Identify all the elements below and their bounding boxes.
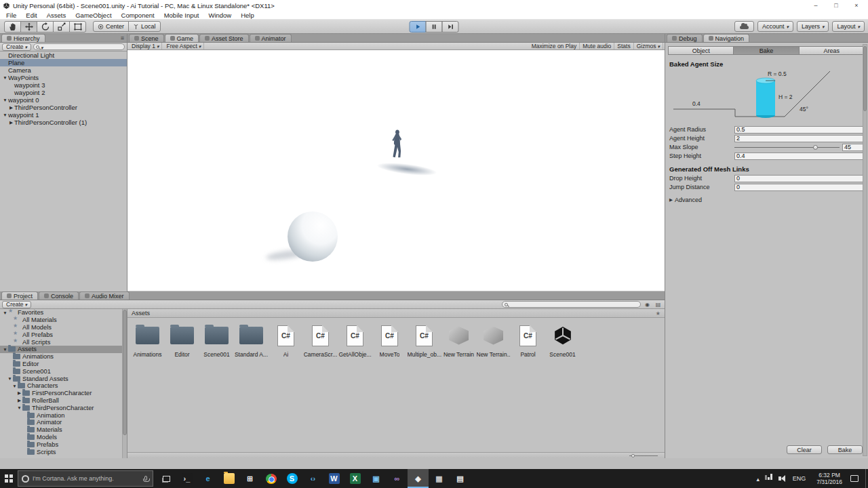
mute-audio-toggle[interactable]: Mute audio xyxy=(580,43,614,49)
panel-menu-icon[interactable] xyxy=(121,35,124,41)
asset-item[interactable]: Standard A... xyxy=(234,321,269,358)
asset-item[interactable]: Scene001 xyxy=(199,321,234,358)
show-desktop-button[interactable] xyxy=(865,469,868,488)
project-tree-item[interactable]: ▶ RollerBall xyxy=(0,397,127,405)
skype-icon[interactable]: S xyxy=(281,469,302,488)
asset-item[interactable]: C# Ai xyxy=(269,321,303,358)
foldout-arrow-icon[interactable]: ▼ xyxy=(16,405,22,410)
word-icon[interactable]: W xyxy=(323,469,344,488)
tab-hierarchy[interactable]: Hierarchy xyxy=(1,34,45,42)
step-button[interactable] xyxy=(442,21,459,33)
start-button[interactable] xyxy=(0,469,18,488)
aspect-dropdown[interactable]: Free Aspect xyxy=(163,43,204,49)
drop-height-input[interactable] xyxy=(734,175,864,182)
project-tree-item[interactable]: Scripts xyxy=(0,448,127,455)
visual-studio-code-icon[interactable]: ‹› xyxy=(302,469,323,488)
gizmos-dropdown[interactable]: Gizmos xyxy=(634,43,663,49)
project-tree-item[interactable]: Models xyxy=(0,434,127,441)
agent-radius-input[interactable] xyxy=(734,126,864,134)
excel-icon[interactable]: X xyxy=(344,469,366,488)
hierarchy-item[interactable]: waypoint 2 xyxy=(0,89,127,96)
project-tree-item[interactable]: Materials xyxy=(0,426,127,434)
file-explorer-icon[interactable] xyxy=(218,469,239,488)
asset-item[interactable]: C# MoveTo xyxy=(372,321,407,358)
foldout-arrow-icon[interactable]: ▶ xyxy=(16,390,22,396)
foldout-arrow-icon[interactable]: ▼ xyxy=(2,75,8,80)
project-tree-item[interactable]: ▼ ThirdPersonCharacter xyxy=(0,404,127,411)
pause-button[interactable] xyxy=(426,21,443,33)
project-create-dropdown[interactable]: Create xyxy=(2,301,31,308)
menu-item[interactable]: Mobile Input xyxy=(159,12,204,19)
unity-icon[interactable]: ◈ xyxy=(408,469,429,488)
view-tab[interactable]: Scene xyxy=(129,34,164,42)
project-tree-item[interactable]: Animations xyxy=(0,353,127,361)
hierarchy-item[interactable]: Camera xyxy=(0,66,127,74)
clear-button[interactable]: Clear xyxy=(787,445,822,454)
mode-tab[interactable]: Object xyxy=(668,46,734,55)
asset-item[interactable]: Scene001 xyxy=(545,321,580,358)
panel-tab[interactable]: Console xyxy=(39,291,79,300)
hidden-icons-chevron[interactable] xyxy=(753,475,764,483)
menu-item[interactable]: Window xyxy=(203,12,236,19)
project-tree-item[interactable]: ▼ Characters xyxy=(0,382,127,390)
agent-height-input[interactable] xyxy=(734,135,864,142)
menu-item[interactable]: Edit xyxy=(21,12,41,19)
game-viewport[interactable] xyxy=(127,50,665,291)
hierarchy-item[interactable]: Plane xyxy=(0,59,127,66)
chrome-icon[interactable] xyxy=(260,469,281,488)
project-tree-item[interactable]: ▶ FirstPersonCharacter xyxy=(0,390,127,397)
foldout-arrow-icon[interactable]: ▶ xyxy=(16,398,22,403)
slider-knob[interactable] xyxy=(631,454,635,458)
minimize-button[interactable]: – xyxy=(807,1,825,10)
cloud-services-button[interactable] xyxy=(734,21,754,32)
hierarchy-create-dropdown[interactable]: Create xyxy=(2,43,31,51)
display-dropdown[interactable]: Display 1 xyxy=(129,43,162,49)
project-tree-item[interactable]: Prefabs xyxy=(0,441,127,448)
hierarchy-item[interactable]: Directional Light xyxy=(0,52,127,59)
notepad-icon[interactable]: ▤ xyxy=(450,469,471,488)
store-icon[interactable]: ⊞ xyxy=(239,469,260,488)
maximize-button[interactable]: □ xyxy=(827,1,845,10)
edge-icon[interactable]: e xyxy=(197,469,218,488)
pivot-toggle-button[interactable]: Center xyxy=(93,21,129,32)
view-tab[interactable]: Asset Store xyxy=(199,34,249,42)
cortana-search-input[interactable] xyxy=(33,475,142,482)
project-tree-scrollbar[interactable] xyxy=(122,309,127,458)
asset-item[interactable]: New Terrain... xyxy=(476,321,511,358)
rect-tool-icon[interactable] xyxy=(69,21,86,33)
notification-center-icon[interactable] xyxy=(850,475,859,482)
step-height-input[interactable] xyxy=(734,152,864,160)
hierarchy-item[interactable]: ▶ ThirdPersonController (1) xyxy=(0,119,127,126)
project-tree-item[interactable]: ▼ Assets xyxy=(0,346,127,353)
clock[interactable]: 6:32 PM 7/31/2016 xyxy=(816,472,842,485)
menu-item[interactable]: Component xyxy=(117,12,159,19)
space-toggle-button[interactable]: Local xyxy=(128,21,161,32)
view-tab[interactable]: Animator xyxy=(250,34,292,42)
scale-tool-icon[interactable] xyxy=(53,21,70,33)
bake-button[interactable]: Bake xyxy=(827,445,863,454)
max-slope-input[interactable] xyxy=(842,144,864,151)
menu-item[interactable]: Help xyxy=(236,12,259,19)
rotate-tool-icon[interactable] xyxy=(37,21,54,33)
menu-item[interactable]: GameObject xyxy=(71,12,116,19)
panel-tab[interactable]: Audio Mixer xyxy=(79,291,130,300)
jump-distance-input[interactable] xyxy=(734,184,864,191)
project-tree-item[interactable]: ▼ Standard Assets xyxy=(0,375,127,382)
mode-tab[interactable]: Areas xyxy=(799,46,865,55)
menu-item[interactable]: Assets xyxy=(42,12,71,19)
cortana-search[interactable] xyxy=(18,470,153,487)
hierarchy-search-input[interactable] xyxy=(33,43,125,50)
visual-studio-icon[interactable]: ∞ xyxy=(387,469,408,488)
panel-tab[interactable]: Project xyxy=(1,291,38,300)
hierarchy-item[interactable]: ▼ waypoint 1 xyxy=(0,111,127,119)
slider-knob[interactable] xyxy=(813,145,818,150)
asset-item[interactable]: C# Multiple_ob... xyxy=(407,321,441,358)
command-prompt-icon[interactable]: ›_ xyxy=(176,469,197,488)
foldout-arrow-icon[interactable]: ▼ xyxy=(2,113,8,117)
stats-toggle[interactable]: Stats xyxy=(614,43,633,49)
asset-item[interactable]: Editor xyxy=(165,321,199,358)
project-tree-item[interactable]: All Models xyxy=(0,324,127,331)
scrollbar-thumb[interactable] xyxy=(863,46,867,111)
close-button[interactable]: × xyxy=(848,1,865,10)
project-search-input[interactable] xyxy=(502,301,641,308)
